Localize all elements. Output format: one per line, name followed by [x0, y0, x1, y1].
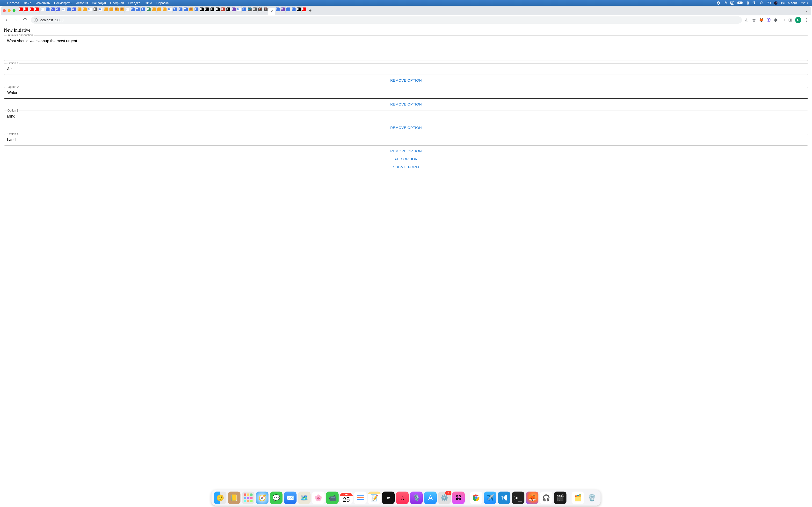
browser-tab[interactable]: ● [291, 6, 296, 12]
browser-tab[interactable]: ▶ [18, 6, 24, 12]
extension-icon[interactable] [766, 18, 771, 22]
browser-tab[interactable]: A [50, 6, 56, 12]
browser-tab[interactable]: 🪵 [114, 6, 119, 12]
browser-tab[interactable]: ❄ [194, 6, 199, 12]
browser-tab[interactable]: ❄ [130, 6, 135, 12]
remove-option-button[interactable]: REMOVE OPTION [4, 76, 808, 84]
browser-tab[interactable]: 🌐 [247, 6, 252, 12]
browser-tab[interactable]: G [125, 6, 130, 12]
browser-tab[interactable]: П [220, 6, 226, 12]
browser-tab[interactable]: ◐ [226, 6, 231, 12]
option-input[interactable] [4, 63, 808, 74]
menubar-item-view[interactable]: Посмотреть [54, 1, 71, 5]
browser-tab[interactable]: ● [162, 6, 167, 12]
menubar-item-profiles[interactable]: Профили [110, 1, 124, 5]
browser-tab[interactable]: G [236, 6, 242, 12]
browser-tab[interactable]: G [88, 6, 93, 12]
share-icon[interactable] [744, 18, 749, 22]
browser-tab[interactable]: A [56, 6, 61, 12]
browser-tab[interactable]: ■ [231, 6, 236, 12]
control-center-icon[interactable] [767, 1, 771, 4]
browser-tab-active[interactable]: ✕ [268, 8, 275, 15]
remove-option-button[interactable]: REMOVE OPTION [4, 124, 808, 131]
menubar-item-tab[interactable]: Вкладка [128, 1, 140, 5]
bookmark-star-icon[interactable] [752, 18, 756, 22]
screenrec-status-icon[interactable] [723, 1, 727, 5]
menubar-item-history[interactable]: История [75, 1, 88, 5]
browser-tab[interactable]: ◎ [242, 6, 247, 12]
browser-tab[interactable]: ✉ [280, 6, 286, 12]
menubar-time[interactable]: 22:08 [801, 1, 809, 5]
browser-tab[interactable]: ● [109, 6, 114, 12]
window-close-button[interactable] [3, 9, 6, 12]
browser-tab[interactable]: ∞ [66, 6, 71, 12]
menubar-item-bookmarks[interactable]: Закладки [92, 1, 106, 5]
nav-back-button[interactable] [3, 17, 10, 23]
option-input[interactable] [4, 134, 808, 145]
profile-avatar[interactable]: C [795, 17, 801, 23]
browser-tab[interactable]: ▶ [302, 6, 307, 12]
add-option-button[interactable]: ADD OPTION [4, 155, 808, 163]
menubar-item-edit[interactable]: Изменить [36, 1, 50, 5]
menubar-item-window[interactable]: Окно [145, 1, 152, 5]
browser-tab[interactable]: ∞ [45, 6, 50, 12]
window-minimize-button[interactable] [8, 9, 11, 12]
address-bar[interactable]: i localhost:3000 [31, 16, 742, 24]
browser-tab[interactable]: ▶ [29, 6, 34, 12]
browser-tab[interactable]: 🪵 [119, 6, 125, 12]
browser-tab[interactable]: ● [82, 6, 88, 12]
browser-tab[interactable]: ❄ [135, 6, 141, 12]
option-input[interactable] [4, 87, 808, 98]
description-textarea[interactable] [4, 36, 808, 60]
wifi-status-icon[interactable] [752, 1, 756, 4]
browser-tab[interactable]: ▶ [34, 6, 40, 12]
menubar-app-name[interactable]: Chrome [7, 1, 19, 5]
browser-tab[interactable]: 🔇 [263, 6, 268, 12]
browser-tab[interactable]: ◐ [296, 6, 302, 12]
extensions-puzzle-icon[interactable] [773, 18, 778, 22]
remove-option-button[interactable]: REMOVE OPTION [4, 100, 808, 108]
sidepanel-icon[interactable] [788, 18, 793, 22]
browser-tab[interactable]: 🏈 [258, 6, 263, 12]
window-zoom-button[interactable] [12, 9, 15, 12]
browser-tab[interactable]: ● [151, 6, 157, 12]
browser-tab[interactable]: G [167, 6, 172, 12]
close-tab-icon[interactable]: ✕ [270, 9, 273, 13]
browser-tab[interactable]: ◐ [215, 6, 220, 12]
browser-tab[interactable]: ❄ [141, 6, 146, 12]
option-input[interactable] [4, 111, 808, 122]
submit-form-button[interactable]: SUBMIT FORM [4, 163, 808, 171]
browser-tab[interactable]: ❄ [172, 6, 178, 12]
metamask-extension-icon[interactable]: 🦊 [759, 18, 764, 22]
browser-tab[interactable]: G [98, 6, 103, 12]
browser-tab[interactable]: ◐ [199, 6, 204, 12]
remove-option-button[interactable]: REMOVE OPTION [4, 147, 808, 155]
browser-tab[interactable]: A [71, 6, 77, 12]
browser-tab[interactable]: G [40, 6, 45, 12]
menubar-item-help[interactable]: Справка [156, 1, 169, 5]
input-source-indicator[interactable]: A [730, 1, 734, 5]
siri-icon[interactable] [774, 1, 778, 5]
browser-tab[interactable]: ▶ [24, 6, 29, 12]
nav-reload-button[interactable] [22, 17, 29, 23]
browser-tab[interactable]: ● [157, 6, 162, 12]
battery-status-icon[interactable] [737, 1, 743, 4]
new-tab-button[interactable]: + [307, 6, 314, 15]
browser-tab[interactable]: ◐ [204, 6, 210, 12]
browser-tab[interactable]: ● [286, 6, 291, 12]
browser-tab[interactable]: ● [275, 6, 280, 12]
browser-tab[interactable]: G [61, 6, 66, 12]
bluetooth-status-icon[interactable] [747, 1, 749, 5]
browser-tab[interactable]: ● [77, 6, 82, 12]
spotlight-search-icon[interactable] [760, 1, 763, 5]
browser-tab[interactable]: ⬢ [146, 6, 151, 12]
browser-tab[interactable]: ◐ [210, 6, 215, 12]
browser-tab[interactable]: ◉ [93, 6, 98, 12]
nav-forward-button[interactable] [12, 17, 19, 23]
menubar-date[interactable]: Вс, 25 сент. [781, 1, 798, 5]
site-info-icon[interactable]: i [34, 18, 38, 22]
tab-overflow-button[interactable]: ⌄ [804, 9, 809, 12]
browser-tab[interactable]: 🪵 [189, 6, 194, 12]
reading-list-icon[interactable] [780, 18, 785, 22]
chrome-menu-icon[interactable] [804, 18, 809, 22]
